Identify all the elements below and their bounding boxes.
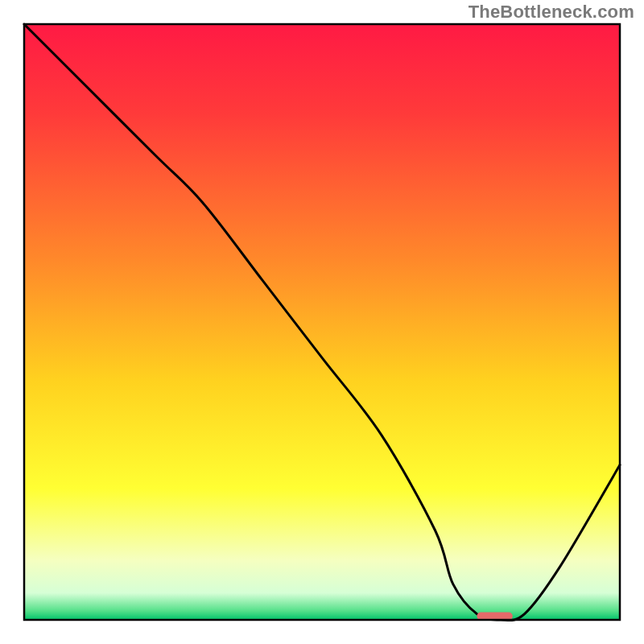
bottleneck-chart [0, 0, 644, 644]
watermark-label: TheBottleneck.com [469, 2, 634, 23]
chart-container: TheBottleneck.com [0, 0, 644, 644]
plot-area [24, 24, 620, 621]
